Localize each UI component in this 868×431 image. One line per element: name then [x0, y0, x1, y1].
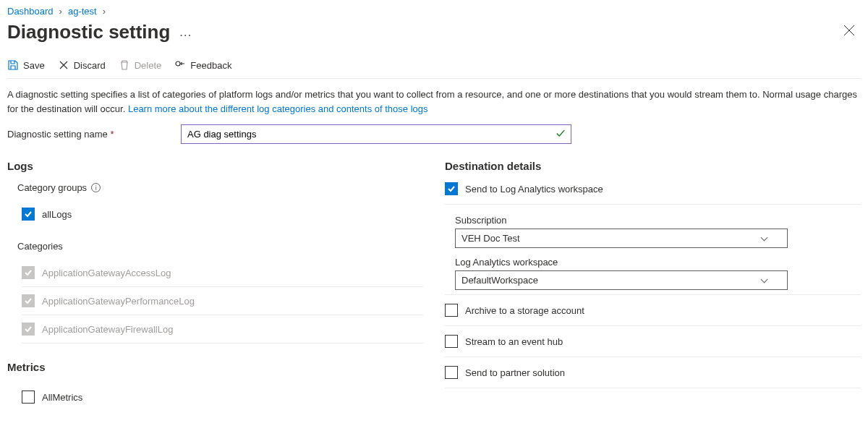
breadcrumb-ag-test[interactable]: ag-test — [68, 6, 97, 17]
category-checkbox-performancelog — [22, 294, 35, 307]
category-groups-label: Category groups — [17, 182, 87, 193]
metrics-heading: Metrics — [7, 361, 423, 373]
partner-solution-checkbox[interactable] — [445, 366, 458, 379]
send-law-label[interactable]: Send to Log Analytics workspace — [465, 184, 603, 195]
allmetrics-label[interactable]: AllMetrics — [42, 392, 82, 403]
setting-name-input[interactable] — [181, 124, 571, 144]
save-button[interactable]: Save — [7, 59, 45, 71]
chevron-right-icon: › — [56, 6, 65, 17]
workspace-label: Log Analytics workspace — [455, 257, 861, 268]
stream-eventhub-checkbox[interactable] — [445, 335, 458, 348]
chevron-down-icon — [761, 234, 768, 241]
workspace-select[interactable]: DefaultWorkspace — [455, 270, 788, 290]
toolbar: Save Discard Delete Feedback — [7, 59, 861, 79]
chevron-right-icon: › — [100, 6, 109, 17]
close-icon — [843, 25, 855, 36]
category-label-accesslog: ApplicationGatewayAccessLog — [42, 268, 171, 278]
logs-heading: Logs — [7, 160, 423, 172]
svg-point-0 — [176, 61, 180, 66]
valid-check-icon — [556, 128, 566, 140]
discard-button[interactable]: Discard — [58, 59, 106, 71]
category-checkbox-accesslog — [22, 266, 35, 279]
delete-button: Delete — [119, 59, 162, 71]
subscription-label: Subscription — [455, 215, 861, 226]
alllogs-label[interactable]: allLogs — [42, 209, 72, 220]
feedback-icon — [174, 59, 186, 71]
category-checkbox-firewalllog — [22, 323, 35, 336]
save-icon — [7, 59, 19, 71]
category-label-performancelog: ApplicationGatewayPerformanceLog — [42, 296, 195, 307]
category-label-firewalllog: ApplicationGatewayFirewallLog — [42, 324, 173, 335]
send-law-checkbox[interactable] — [445, 182, 458, 195]
categories-label: Categories — [7, 241, 423, 252]
allmetrics-checkbox[interactable] — [22, 391, 35, 404]
stream-eventhub-label[interactable]: Stream to an event hub — [465, 336, 563, 347]
info-icon[interactable]: i — [91, 183, 101, 192]
partner-solution-label[interactable]: Send to partner solution — [465, 367, 565, 378]
alllogs-checkbox[interactable] — [22, 208, 35, 221]
delete-icon — [119, 59, 130, 71]
archive-storage-label[interactable]: Archive to a storage account — [465, 305, 584, 316]
chevron-down-icon — [761, 276, 768, 283]
discard-icon — [58, 59, 69, 71]
more-menu-button[interactable]: … — [179, 25, 193, 40]
feedback-button[interactable]: Feedback — [174, 59, 231, 71]
breadcrumb: Dashboard › ag-test › — [7, 6, 861, 17]
description-text: A diagnostic setting specifies a list of… — [7, 88, 861, 116]
setting-name-label: Diagnostic setting name * — [7, 129, 181, 140]
close-button[interactable] — [838, 22, 861, 43]
page-title: Diagnostic setting — [7, 21, 170, 43]
learn-more-link[interactable]: Learn more about the different log categ… — [128, 103, 428, 114]
destination-heading: Destination details — [445, 160, 861, 172]
breadcrumb-dashboard[interactable]: Dashboard — [7, 6, 54, 17]
subscription-select[interactable]: VEH Doc Test — [455, 229, 788, 248]
archive-storage-checkbox[interactable] — [445, 304, 458, 317]
